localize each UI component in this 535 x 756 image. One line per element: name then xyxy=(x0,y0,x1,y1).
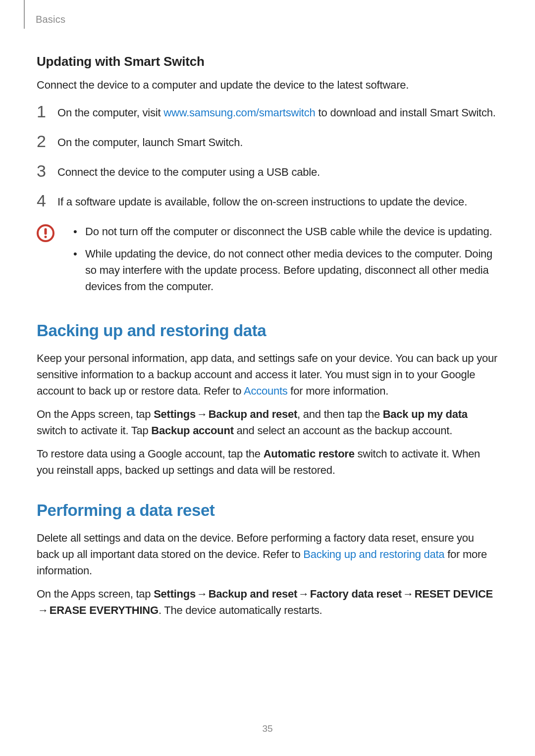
page-content: Basics Updating with Smart Switch Connec… xyxy=(0,0,535,618)
t: On the Apps screen, tap xyxy=(37,588,154,600)
arrow-icon: → xyxy=(196,586,209,602)
caution-item-1: Do not turn off the computer or disconne… xyxy=(73,223,498,240)
step-text: Connect the device to the computer using… xyxy=(57,164,498,180)
smartswitch-link[interactable]: www.samsung.com/smartswitch xyxy=(163,106,315,119)
reset-p1: Delete all settings and data on the devi… xyxy=(37,530,498,579)
heading-updating: Updating with Smart Switch xyxy=(37,54,498,69)
step-number: 4 xyxy=(37,192,57,209)
t: On the Apps screen, tap xyxy=(37,408,154,420)
t: switch to activate it. Tap xyxy=(37,424,151,437)
step-3: 3 Connect the device to the computer usi… xyxy=(37,164,498,180)
t: and select an account as the backup acco… xyxy=(234,424,452,437)
step1-pre: On the computer, visit xyxy=(57,106,163,119)
breadcrumb-section: Basics xyxy=(36,14,498,25)
settings-label: Settings xyxy=(154,588,196,600)
step-text: On the computer, launch Smart Switch. xyxy=(57,135,498,151)
step-number: 2 xyxy=(37,133,57,150)
backup-reset-label: Backup and reset xyxy=(209,408,297,420)
heading-backup: Backing up and restoring data xyxy=(37,321,498,340)
backup-reset-label: Backup and reset xyxy=(209,588,297,600)
header-left-border xyxy=(24,0,25,29)
factory-reset-label: Factory data reset xyxy=(310,588,402,600)
erase-everything-label: ERASE EVERYTHING xyxy=(50,604,159,616)
t: . The device automatically restarts. xyxy=(159,604,322,616)
section-reset: Performing a data reset Delete all setti… xyxy=(37,501,498,618)
step-number: 3 xyxy=(37,162,57,179)
t: , and then tap the xyxy=(297,408,383,420)
caution-list: Do not turn off the computer or disconne… xyxy=(73,223,498,301)
arrow-icon: → xyxy=(297,586,310,602)
reset-p2: On the Apps screen, tap Settings → Backu… xyxy=(37,586,498,618)
backup-account-label: Backup account xyxy=(151,424,233,437)
heading-reset: Performing a data reset xyxy=(37,501,498,520)
settings-label: Settings xyxy=(154,408,196,420)
accounts-link[interactable]: Accounts xyxy=(244,385,288,397)
caution-block: Do not turn off the computer or disconne… xyxy=(37,223,498,301)
backup-link[interactable]: Backing up and restoring data xyxy=(303,548,444,560)
step-2: 2 On the computer, launch Smart Switch. xyxy=(37,135,498,151)
step1-post: to download and install Smart Switch. xyxy=(316,106,496,119)
t: To restore data using a Google account, … xyxy=(37,448,264,460)
step-1: 1 On the computer, visit www.samsung.com… xyxy=(37,105,498,121)
arrow-icon: → xyxy=(37,602,50,618)
backup-mydata-label: Back up my data xyxy=(383,408,468,420)
step-text: On the computer, visit www.samsung.com/s… xyxy=(57,105,498,121)
backup-p1-post: for more information. xyxy=(288,385,389,397)
reset-device-label: RESET DEVICE xyxy=(415,588,493,600)
step-text: If a software update is available, follo… xyxy=(57,194,498,210)
backup-p2: On the Apps screen, tap Settings → Backu… xyxy=(37,406,498,439)
auto-restore-label: Automatic restore xyxy=(264,448,355,460)
section-backup: Backing up and restoring data Keep your … xyxy=(37,321,498,478)
update-intro: Connect the device to a computer and upd… xyxy=(37,77,498,93)
caution-icon xyxy=(37,224,54,242)
update-steps: 1 On the computer, visit www.samsung.com… xyxy=(37,105,498,210)
caution-item-2: While updating the device, do not connec… xyxy=(73,246,498,295)
step-4: 4 If a software update is available, fol… xyxy=(37,194,498,210)
step-number: 1 xyxy=(37,103,57,120)
arrow-icon: → xyxy=(402,586,415,602)
page-number: 35 xyxy=(262,723,272,734)
backup-p3: To restore data using a Google account, … xyxy=(37,446,498,478)
arrow-icon: → xyxy=(196,406,209,422)
backup-p1: Keep your personal information, app data… xyxy=(37,350,498,399)
